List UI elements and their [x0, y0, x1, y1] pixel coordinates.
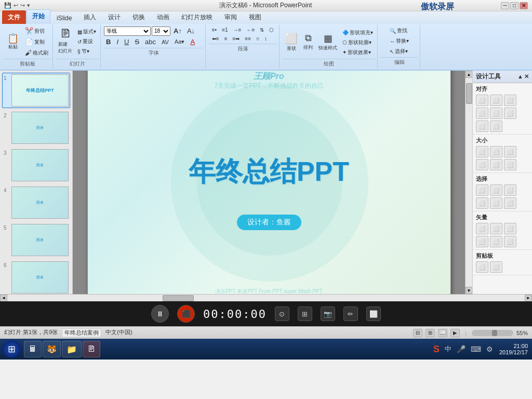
reading-view-button[interactable]: 📖 [438, 329, 447, 337]
taskbar-clock[interactable]: 21:00 2019/12/17 [499, 343, 528, 355]
size-1-btn[interactable]: ⬜ [476, 146, 488, 157]
zoom-slider[interactable] [472, 330, 513, 336]
vec-4-btn[interactable]: ⬜ [476, 236, 488, 247]
tab-insert[interactable]: 插入 [78, 10, 102, 24]
tab-islide[interactable]: iSlide [51, 12, 77, 24]
sel-1-btn[interactable]: ⬜ [476, 184, 488, 196]
format-painter-button[interactable]: 🖌格式刷 [23, 48, 50, 58]
indent-left-button[interactable]: ←≡ [244, 26, 257, 34]
shape-outline-button[interactable]: ⬡形状轮廓▾ [340, 38, 375, 47]
close-button[interactable]: ✕ [520, 2, 528, 9]
section-button[interactable]: §节▾ [75, 47, 98, 56]
font-family-select[interactable]: 等线 [104, 26, 151, 36]
find-button[interactable]: 🔍查找 [388, 26, 411, 35]
align-left-icon-btn[interactable]: ⬜ [476, 95, 488, 106]
shadow-button[interactable]: abc [143, 37, 158, 47]
sel-2-btn[interactable]: ⬜ [490, 184, 502, 196]
shape-fill-button[interactable]: 🔷形状填充▾ [340, 28, 375, 37]
tab-home[interactable]: 开始 [26, 9, 50, 24]
scroll-right-button[interactable]: ► [525, 295, 532, 302]
increase-font-button[interactable]: A↑ [171, 26, 184, 36]
canvas-area[interactable]: 王顾Pro 7天完成一页PPT，不断挑战昨天的自己 年终总结PPT 设计者：鱼酱… [73, 71, 465, 294]
microphone-icon[interactable]: 🎤 [457, 345, 466, 353]
pause-button[interactable]: ⏸ [151, 305, 169, 323]
case-button[interactable]: Aa▾ [172, 37, 187, 46]
bullet-list-button[interactable]: ≡• [210, 26, 219, 34]
decrease-font-button[interactable]: A↓ [185, 26, 197, 36]
layout-button[interactable]: ▦版式▾ [75, 27, 98, 36]
vec-1-btn[interactable]: ⬜ [476, 223, 488, 234]
replace-button[interactable]: ↔替换▾ [388, 36, 411, 46]
slide-thumb-5[interactable]: 5 图表 [2, 222, 70, 258]
slide-canvas[interactable]: 王顾Pro 7天完成一页PPT，不断挑战昨天的自己 年终总结PPT 设计者：鱼酱… [87, 71, 451, 294]
vec-6-btn[interactable]: ⬜ [504, 236, 516, 247]
quick-save-icon[interactable]: 💾 [4, 2, 11, 9]
align-center-icon-btn[interactable]: ⬜ [490, 95, 502, 106]
distribute-h-icon-btn[interactable]: ⬜ [476, 121, 488, 132]
distribute-v-icon-btn[interactable]: ⬜ [490, 121, 502, 132]
align-right-button[interactable]: ≡➡ [230, 35, 242, 43]
input-method-icon[interactable]: 中 [445, 344, 451, 354]
convert-to-smartart-button[interactable]: ⬡ [267, 26, 276, 34]
size-2-btn[interactable]: ⬜ [490, 146, 502, 157]
align-right-icon-btn[interactable]: ⬜ [504, 95, 516, 106]
indent-right-button[interactable]: →≡ [231, 26, 244, 34]
slide-thumb-1[interactable]: 1 年终总结PPT [2, 73, 70, 108]
font-size-select[interactable]: 18 [152, 26, 170, 36]
align-top-icon-btn[interactable]: ⬜ [476, 108, 488, 119]
align-bottom-icon-btn[interactable]: ⬜ [504, 108, 516, 119]
panel-expand-icon[interactable]: ▲ [517, 73, 523, 80]
size-4-btn[interactable]: ⬜ [476, 159, 488, 170]
panel-close-icon[interactable]: ✕ [524, 73, 529, 80]
rectangle-button[interactable]: ⬜ [366, 307, 381, 321]
col-button[interactable]: ⎏ [254, 35, 261, 43]
justify-button[interactable]: ≡≡ [243, 35, 253, 43]
tab-animation[interactable]: 动画 [151, 10, 175, 24]
size-5-btn[interactable]: ⬜ [490, 159, 502, 170]
align-left-button[interactable]: ⬅≡ [210, 35, 221, 43]
font-color-button[interactable]: A [188, 37, 197, 47]
underline-button[interactable]: U [122, 37, 131, 47]
slide-thumb-3[interactable]: 3 图表 [2, 148, 70, 183]
tab-review[interactable]: 审阅 [219, 10, 243, 24]
line-spacing-button[interactable]: ↕ [262, 35, 269, 43]
taskbar-app-calculator[interactable]: 🖩 [24, 341, 42, 357]
pen-button[interactable]: ✏ [343, 307, 358, 321]
redo-icon[interactable]: ↪ [20, 2, 25, 9]
shapes-button[interactable]: ⬜ 形状 [283, 29, 300, 56]
window-controls[interactable]: ─ □ ✕ [501, 2, 528, 9]
tab-transition[interactable]: 切换 [127, 10, 151, 24]
num-list-button[interactable]: ≡1 [220, 26, 230, 34]
sel-4-btn[interactable]: ⬜ [476, 197, 488, 209]
screenshot-button[interactable]: 📷 [321, 307, 335, 321]
quick-styles-button[interactable]: ▦ 快速样式 [316, 29, 339, 56]
vec-2-btn[interactable]: ⬜ [490, 223, 502, 234]
scroll-left-button[interactable]: ◄ [0, 295, 7, 302]
keyboard-icon[interactable]: ⌨ [471, 345, 481, 353]
copy-button[interactable]: 📄复制 [23, 37, 50, 47]
char-spacing-button[interactable]: AV [159, 38, 171, 46]
normal-view-button[interactable]: ⊟ [413, 329, 422, 337]
scroll-thumb[interactable] [466, 83, 472, 104]
paste-button[interactable]: 📋 粘贴 [4, 28, 22, 57]
maximize-button[interactable]: □ [510, 2, 518, 9]
tab-slideshow[interactable]: 幻灯片放映 [176, 10, 218, 24]
zoom-thumb[interactable] [492, 330, 497, 336]
horizontal-scrollbar[interactable]: ◄ ► [0, 294, 532, 301]
vec-3-btn[interactable]: ⬜ [504, 223, 516, 234]
shape-effect-button[interactable]: ✦形状效果▾ [340, 48, 375, 57]
strikethrough-button[interactable]: S [132, 37, 141, 47]
stop-button[interactable]: ⬛ [177, 305, 195, 323]
slide-sorter-button[interactable]: ⊞ [425, 329, 435, 337]
scroll-up-button[interactable]: ▲ [466, 71, 473, 78]
settings-icon[interactable]: ⚙ [486, 345, 493, 353]
taskbar-app-folder[interactable]: 📁 [62, 341, 82, 357]
h-scroll-track[interactable] [7, 295, 525, 301]
italic-button[interactable]: I [114, 37, 121, 47]
reset-button[interactable]: ↺重设 [75, 37, 98, 46]
scroll-track[interactable] [466, 78, 472, 287]
sel-3-btn[interactable]: ⬜ [504, 184, 516, 196]
sel-6-btn[interactable]: ⬜ [504, 197, 516, 209]
minimize-button[interactable]: ─ [501, 2, 509, 9]
tab-design[interactable]: 设计 [102, 10, 126, 24]
